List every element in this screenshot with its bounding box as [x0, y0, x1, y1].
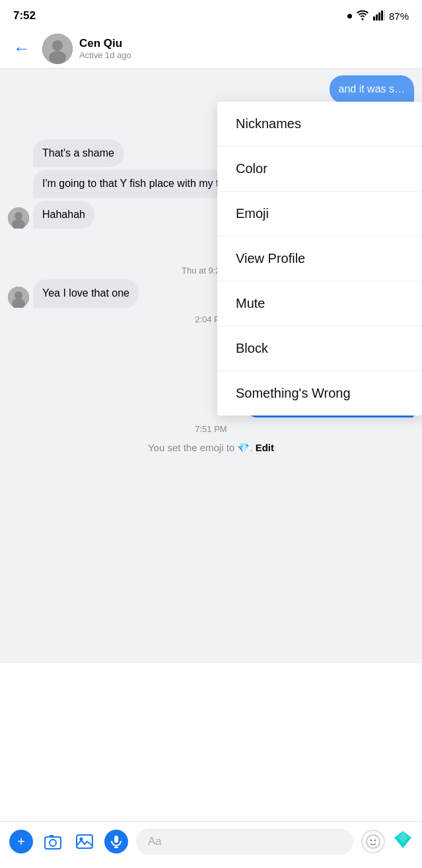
svg-rect-16	[50, 835, 53, 838]
dot-icon	[347, 14, 352, 18]
wifi-icon	[356, 10, 369, 22]
svg-point-22	[367, 835, 380, 848]
input-placeholder: Aa	[148, 835, 162, 848]
svg-rect-4	[384, 10, 385, 20]
svg-point-15	[50, 840, 56, 846]
menu-item-something-wrong[interactable]: Something's Wrong	[217, 371, 422, 416]
svg-rect-2	[378, 13, 380, 20]
header-info: Cen Qiu Active 1d ago	[79, 37, 414, 60]
bottom-bar: + Aa	[0, 821, 422, 868]
emoji-button[interactable]	[361, 830, 385, 853]
status-time: 7:52	[13, 9, 36, 22]
message-input[interactable]: Aa	[136, 828, 353, 855]
chat-area: and it was s… I don't ever… That's a sha…	[0, 69, 422, 663]
camera-button[interactable]	[41, 830, 65, 853]
menu-item-mute[interactable]: Mute	[217, 281, 422, 326]
dropdown-menu: Nicknames Color Emoji View Profile Mute …	[217, 102, 422, 416]
svg-point-24	[374, 840, 376, 842]
back-button[interactable]: ←	[8, 36, 36, 61]
contact-name: Cen Qiu	[79, 37, 414, 50]
avatar[interactable]	[42, 34, 73, 64]
svg-point-23	[370, 840, 372, 842]
menu-item-emoji[interactable]: Emoji	[217, 192, 422, 236]
chat-header: ← Cen Qiu Active 1d ago	[0, 29, 422, 69]
dropdown-overlay[interactable]: Nicknames Color Emoji View Profile Mute …	[0, 69, 422, 663]
plus-button[interactable]: +	[9, 830, 33, 853]
svg-rect-1	[376, 15, 378, 20]
menu-item-view-profile[interactable]: View Profile	[217, 236, 422, 281]
mic-button[interactable]	[104, 830, 128, 853]
menu-item-block[interactable]: Block	[217, 326, 422, 371]
status-icons: 87%	[347, 10, 409, 22]
photo-button[interactable]	[73, 830, 96, 853]
status-bar: 7:52 87%	[0, 0, 422, 29]
battery-icon: 87%	[389, 11, 409, 22]
menu-item-color[interactable]: Color	[217, 147, 422, 192]
svg-point-7	[49, 51, 66, 64]
svg-rect-19	[114, 836, 118, 843]
diamond-button[interactable]	[393, 830, 413, 854]
menu-item-nicknames[interactable]: Nicknames	[217, 102, 422, 147]
svg-rect-3	[381, 11, 383, 20]
svg-rect-0	[373, 17, 375, 20]
svg-point-6	[52, 40, 63, 51]
avatar-image	[42, 34, 73, 64]
svg-rect-14	[45, 837, 61, 849]
contact-status: Active 1d ago	[79, 50, 414, 60]
svg-rect-17	[77, 835, 92, 848]
signal-icon	[373, 10, 385, 22]
